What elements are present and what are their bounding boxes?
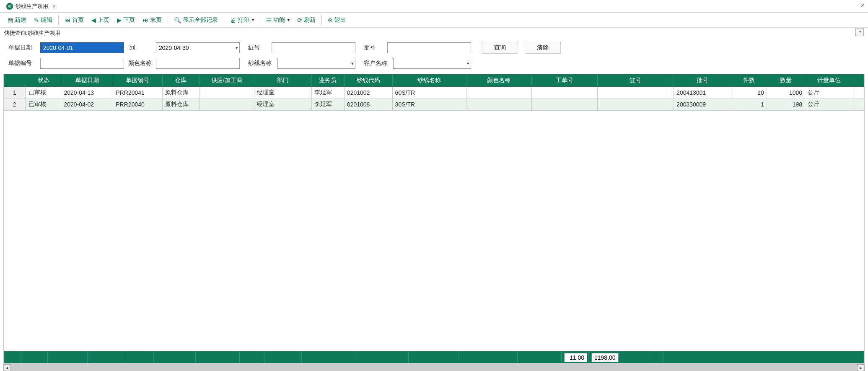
label-customer-name: 客户名称 xyxy=(364,60,391,67)
first-icon: ⏮ xyxy=(65,17,70,23)
cell-date: 2020-04-13 xyxy=(61,87,113,99)
column-header[interactable]: 部门 xyxy=(254,74,311,87)
table-row[interactable]: 2已审核2020-04-02PRR20040原料仓库经理室李延军02010083… xyxy=(4,99,864,110)
cell-sales: 李延军 xyxy=(311,87,344,99)
batch-no-input[interactable] xyxy=(387,42,471,53)
separator xyxy=(224,16,224,25)
cell-warehouse: 原料仓库 xyxy=(162,87,200,99)
doc-no-input[interactable] xyxy=(40,58,124,69)
cell-pieces: 10 xyxy=(731,87,767,99)
query-panel: 单据日期 ▾ 到 ▾ 缸号 批号 查询 清除 单据编号 颜色名称 xyxy=(0,39,868,74)
print-button[interactable]: 🖨 打印 ▾ xyxy=(227,15,257,26)
cell-unit: 公斤 xyxy=(805,87,853,99)
label-to: 到 xyxy=(127,44,138,52)
label-yarn-name: 纱线名称 xyxy=(248,60,275,67)
column-header[interactable]: 缸号 xyxy=(597,74,674,87)
cell-date: 2020-04-02 xyxy=(61,99,113,110)
edit-button[interactable]: ✎ 编辑 xyxy=(31,15,56,26)
cell-unit: 公斤 xyxy=(805,99,853,110)
table-row[interactable]: 1已审核2020-04-13PRR20041原料仓库经理室李延军02010026… xyxy=(4,87,864,99)
label-batch-no: 批号 xyxy=(364,44,385,52)
cell-dept: 经理室 xyxy=(254,99,311,110)
cell-qty: 1000 xyxy=(767,87,805,99)
clear-button[interactable]: 清除 xyxy=(525,42,561,54)
column-header[interactable] xyxy=(853,74,864,87)
cell-work_order xyxy=(532,99,597,110)
summary-qty-total: 1198.00 xyxy=(591,353,619,362)
column-header[interactable]: 纱线名称 xyxy=(392,74,466,87)
table-header-row: 状态单据日期单据编号仓库供应/加工商部门业务员纱线代码纱线名称颜色名称工单号缸号… xyxy=(4,74,864,87)
chevron-down-icon: ▾ xyxy=(252,18,254,22)
column-header[interactable]: 纱线代码 xyxy=(344,74,392,87)
new-button[interactable]: ▤ 新建 xyxy=(4,15,30,26)
separator xyxy=(260,16,260,25)
refresh-button[interactable]: ⟳ 刷新 xyxy=(294,15,319,26)
column-header[interactable]: 单据日期 xyxy=(61,74,113,87)
cell-yarn_name: 60S/TR xyxy=(392,87,466,99)
cell-batch: 200413001 xyxy=(674,87,731,99)
next-page-button[interactable]: ▶ 下页 xyxy=(114,15,138,26)
window-close-icon[interactable]: × xyxy=(861,2,865,9)
column-header[interactable]: 计量单位 xyxy=(805,74,853,87)
cell-yarn_name: 30S/TR xyxy=(392,99,466,110)
column-header[interactable]: 业务员 xyxy=(311,74,344,87)
scroll-right-icon[interactable]: ▸ xyxy=(857,364,865,371)
column-header[interactable] xyxy=(4,74,26,87)
search-button[interactable]: 查询 xyxy=(482,42,518,54)
row-number: 1 xyxy=(4,87,26,99)
yarn-name-select[interactable] xyxy=(277,58,355,69)
color-name-input[interactable] xyxy=(156,58,240,69)
cell-supplier xyxy=(200,99,254,110)
column-header[interactable]: 数量 xyxy=(767,74,805,87)
label-doc-date: 单据日期 xyxy=(8,44,38,52)
collapse-icon[interactable]: ⌃ xyxy=(855,29,864,36)
customer-name-select[interactable] xyxy=(393,58,471,69)
data-table: 状态单据日期单据编号仓库供应/加工商部门业务员纱线代码纱线名称颜色名称工单号缸号… xyxy=(3,74,865,363)
column-header[interactable]: 颜色名称 xyxy=(466,74,531,87)
first-page-button[interactable]: ⏮ 首页 xyxy=(61,15,87,26)
column-header[interactable]: 状态 xyxy=(26,74,61,87)
summary-row: 11.001198.00 xyxy=(4,351,864,363)
tab-yarn-production[interactable]: ⊕ 纱线生产领用 × xyxy=(2,0,62,12)
column-header[interactable]: 单据编号 xyxy=(113,74,162,87)
horizontal-scrollbar[interactable]: ◂ ▸ xyxy=(3,363,865,371)
date-to-input[interactable] xyxy=(156,42,240,53)
chevron-down-icon: ▾ xyxy=(288,18,290,22)
cell-pieces: 1 xyxy=(731,99,767,110)
vat-no-input[interactable] xyxy=(272,42,355,53)
cell-status: 已审核 xyxy=(26,99,61,110)
cell-vat xyxy=(597,99,674,110)
scroll-left-icon[interactable]: ◂ xyxy=(3,364,11,371)
show-all-button[interactable]: 🔍 显示全部记录 xyxy=(171,15,221,26)
separator xyxy=(321,16,322,25)
tab-close-icon[interactable]: × xyxy=(51,3,57,10)
new-icon: ▤ xyxy=(8,17,13,23)
refresh-icon: ⟳ xyxy=(297,17,302,23)
toolbar: ▤ 新建 ✎ 编辑 ⏮ 首页 ◀ 上页 ▶ 下页 ⏭ 末页 🔍 显示全部记录 xyxy=(0,13,868,28)
exit-button[interactable]: ⊗ 退出 xyxy=(324,15,350,26)
column-header[interactable]: 批号 xyxy=(674,74,731,87)
last-page-button[interactable]: ⏭ 末页 xyxy=(139,15,165,26)
exit-icon: ⊗ xyxy=(328,17,333,23)
column-header[interactable]: 仓库 xyxy=(162,74,200,87)
summary-pieces-total: 11.00 xyxy=(564,353,587,362)
functions-button[interactable]: ☰ 功能 ▾ xyxy=(263,15,293,26)
prev-page-button[interactable]: ◀ 上页 xyxy=(88,15,113,26)
column-header[interactable]: 件数 xyxy=(731,74,767,87)
cell-warehouse: 原料仓库 xyxy=(162,99,200,110)
cell-sales: 李延军 xyxy=(311,99,344,110)
cell-color xyxy=(466,87,531,99)
row-number: 2 xyxy=(4,99,26,110)
cell-doc_no: PRR20040 xyxy=(113,99,162,110)
tab-title: 纱线生产领用 xyxy=(16,3,48,10)
cell-yarn_code: 0201002 xyxy=(344,87,392,99)
date-from-input[interactable] xyxy=(40,42,124,53)
last-icon: ⏭ xyxy=(143,17,148,23)
column-header[interactable]: 工单号 xyxy=(532,74,597,87)
label-doc-no: 单据编号 xyxy=(8,60,38,67)
cell-vat xyxy=(597,87,674,99)
label-vat-no: 缸号 xyxy=(248,44,269,52)
column-header[interactable]: 供应/加工商 xyxy=(200,74,254,87)
search-icon: 🔍 xyxy=(174,17,181,23)
cell-color xyxy=(466,99,531,110)
